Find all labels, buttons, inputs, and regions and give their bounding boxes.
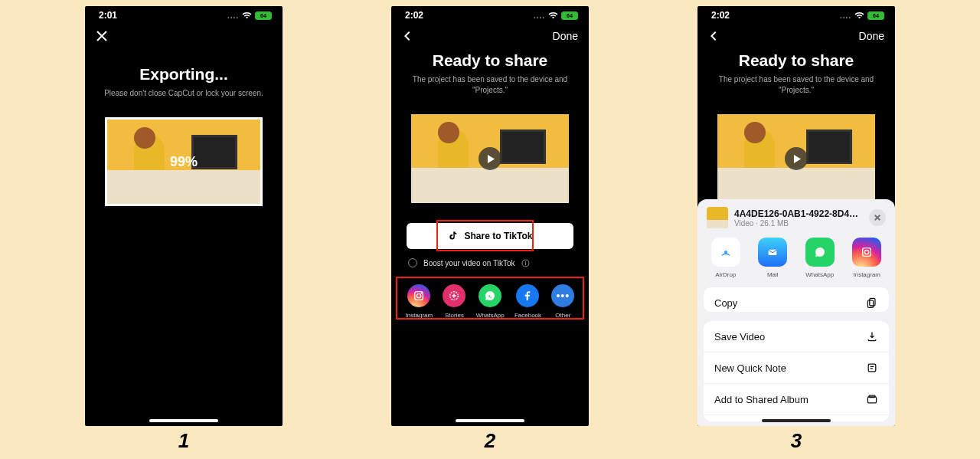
- play-icon[interactable]: [479, 147, 501, 170]
- phone-screen-3: 2:02 .... 64 Done Ready to share The pro…: [697, 6, 895, 426]
- more-icon: •••: [551, 284, 574, 307]
- svg-point-2: [417, 293, 421, 297]
- stories-icon: [443, 284, 466, 307]
- step-number: 1: [178, 429, 189, 453]
- battery-icon: 64: [867, 11, 884, 20]
- mail-icon: [758, 238, 787, 267]
- page-subtitle: The project has been saved to the device…: [697, 74, 895, 96]
- home-indicator[interactable]: [762, 419, 831, 422]
- sheet-meta: Video · 26.1 MB: [734, 219, 863, 228]
- tiktok-icon: [448, 231, 459, 241]
- whatsapp-icon: [805, 238, 835, 267]
- action-save-video[interactable]: Save Video: [704, 321, 889, 352]
- page-title: Exporting...: [85, 65, 283, 84]
- note-icon: [866, 362, 878, 374]
- action-shared-album[interactable]: Add to Shared Album: [704, 384, 889, 415]
- step-number: 3: [791, 429, 802, 453]
- status-bar: 2:02 .... 64: [391, 6, 589, 22]
- battery-icon: 64: [561, 11, 578, 20]
- back-icon[interactable]: [402, 31, 413, 41]
- video-preview[interactable]: [717, 114, 875, 203]
- share-other[interactable]: ••• Other: [551, 284, 574, 319]
- wifi-icon: [854, 11, 864, 19]
- action-quick-note[interactable]: New Quick Note: [704, 352, 889, 384]
- cell-signal-icon: ....: [840, 11, 851, 20]
- share-whatsapp[interactable]: WhatsApp: [476, 284, 505, 319]
- copy-icon: [866, 297, 878, 309]
- instagram-icon: [407, 284, 430, 307]
- home-indicator[interactable]: [456, 419, 524, 422]
- download-icon: [866, 330, 878, 343]
- album-icon: [866, 393, 878, 405]
- page-title: Ready to share: [391, 51, 589, 70]
- share-tiktok-label: Share to TikTok: [465, 231, 533, 241]
- status-bar: 2:02 .... 64: [697, 6, 895, 22]
- close-icon: [874, 214, 881, 221]
- status-time: 2:01: [99, 10, 117, 21]
- close-icon[interactable]: [96, 30, 108, 42]
- share-sheet: 4A4DE126-0AB1-4922-8D44-... Video · 26.1…: [697, 199, 895, 426]
- wifi-icon: [242, 11, 252, 19]
- home-indicator[interactable]: [149, 419, 218, 422]
- share-stories[interactable]: Stories: [443, 284, 466, 319]
- svg-point-3: [421, 293, 423, 294]
- done-button[interactable]: Done: [553, 30, 578, 42]
- export-progress: 99%: [170, 154, 198, 170]
- app-mail[interactable]: Mail: [758, 238, 787, 278]
- status-bar: 2:01 .... 64: [85, 6, 283, 22]
- facebook-icon: [516, 284, 539, 307]
- sheet-filename: 4A4DE126-0AB1-4922-8D44-...: [734, 208, 863, 219]
- instagram-icon: [852, 238, 881, 267]
- boost-option[interactable]: Boost your video on TikTok: [408, 258, 589, 267]
- airdrop-icon: [711, 238, 740, 267]
- battery-icon: 64: [255, 11, 272, 20]
- whatsapp-icon: [479, 284, 501, 307]
- share-tiktok-button[interactable]: Share to TikTok: [407, 223, 573, 249]
- cell-signal-icon: ....: [227, 11, 239, 20]
- svg-point-8: [865, 250, 869, 254]
- status-time: 2:02: [405, 10, 423, 21]
- play-icon[interactable]: [785, 147, 808, 170]
- page-subtitle: The project has been saved to the device…: [391, 74, 589, 96]
- step-number: 2: [485, 429, 495, 453]
- svg-rect-10: [867, 300, 873, 308]
- phone-screen-2: 2:02 .... 64 Done Ready to share The pro…: [391, 6, 589, 426]
- done-button[interactable]: Done: [859, 30, 884, 42]
- app-whatsapp[interactable]: WhatsApp: [805, 238, 835, 278]
- video-preview: 99%: [105, 117, 263, 206]
- video-thumbnail: [707, 207, 728, 228]
- close-sheet-button[interactable]: [869, 209, 886, 226]
- svg-rect-7: [863, 248, 871, 257]
- app-instagram[interactable]: Instagram: [852, 238, 881, 278]
- status-time: 2:02: [711, 10, 730, 21]
- info-icon[interactable]: [521, 259, 530, 267]
- svg-rect-9: [870, 298, 875, 306]
- radio-icon[interactable]: [408, 258, 417, 267]
- app-airdrop[interactable]: AirDrop: [711, 238, 740, 278]
- svg-rect-11: [868, 364, 876, 372]
- share-instagram[interactable]: Instagram: [406, 284, 433, 319]
- cell-signal-icon: ....: [534, 11, 545, 20]
- video-preview[interactable]: [411, 114, 569, 203]
- page-subtitle: Please don't close CapCut or lock your s…: [85, 88, 283, 99]
- boost-label: Boost your video on TikTok: [423, 259, 515, 267]
- action-copy[interactable]: Copy: [704, 287, 889, 312]
- wifi-icon: [548, 11, 558, 19]
- share-facebook[interactable]: Facebook: [514, 284, 541, 319]
- share-row: Instagram Stories WhatsApp Facebook: [391, 275, 589, 323]
- back-icon[interactable]: [708, 31, 719, 41]
- page-title: Ready to share: [697, 51, 895, 70]
- phone-screen-1: 2:01 .... 64 Exporting... Please don't c…: [85, 6, 283, 426]
